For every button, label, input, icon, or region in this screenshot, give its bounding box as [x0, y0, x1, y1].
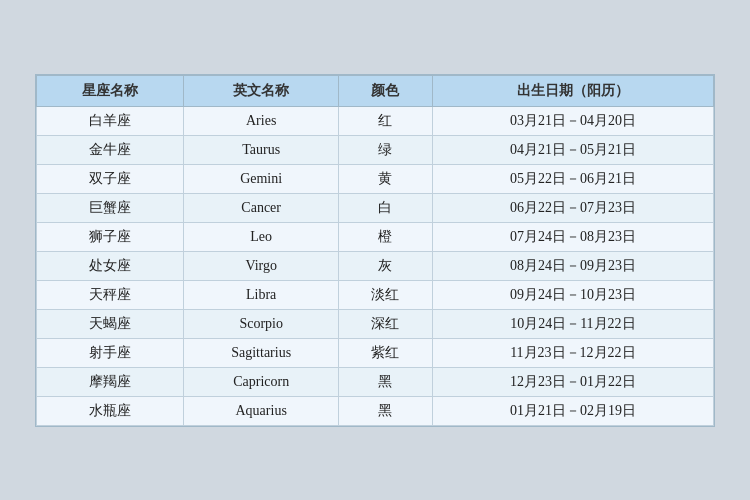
table-cell: 巨蟹座 [37, 193, 184, 222]
table-cell: 10月24日－11月22日 [432, 309, 713, 338]
table-header-cell: 星座名称 [37, 75, 184, 106]
table-cell: Aquarius [184, 396, 339, 425]
table-body: 白羊座Aries红03月21日－04月20日金牛座Taurus绿04月21日－0… [37, 106, 714, 425]
table-cell: 金牛座 [37, 135, 184, 164]
table-cell: Sagittarius [184, 338, 339, 367]
table-row: 处女座Virgo灰08月24日－09月23日 [37, 251, 714, 280]
table-cell: Aries [184, 106, 339, 135]
table-cell: 04月21日－05月21日 [432, 135, 713, 164]
table-row: 射手座Sagittarius紫红11月23日－12月22日 [37, 338, 714, 367]
zodiac-table-container: 星座名称英文名称颜色出生日期（阳历） 白羊座Aries红03月21日－04月20… [35, 74, 715, 427]
table-cell: 05月22日－06月21日 [432, 164, 713, 193]
table-cell: Libra [184, 280, 339, 309]
table-cell: 双子座 [37, 164, 184, 193]
table-cell: Taurus [184, 135, 339, 164]
table-cell: 橙 [339, 222, 433, 251]
table-cell: 11月23日－12月22日 [432, 338, 713, 367]
table-cell: 灰 [339, 251, 433, 280]
table-row: 水瓶座Aquarius黑01月21日－02月19日 [37, 396, 714, 425]
table-header-row: 星座名称英文名称颜色出生日期（阳历） [37, 75, 714, 106]
table-cell: 紫红 [339, 338, 433, 367]
table-header-cell: 英文名称 [184, 75, 339, 106]
table-row: 白羊座Aries红03月21日－04月20日 [37, 106, 714, 135]
table-header-cell: 出生日期（阳历） [432, 75, 713, 106]
zodiac-table: 星座名称英文名称颜色出生日期（阳历） 白羊座Aries红03月21日－04月20… [36, 75, 714, 426]
table-cell: 08月24日－09月23日 [432, 251, 713, 280]
table-row: 天秤座Libra淡红09月24日－10月23日 [37, 280, 714, 309]
table-cell: 黑 [339, 396, 433, 425]
table-cell: 深红 [339, 309, 433, 338]
table-cell: 红 [339, 106, 433, 135]
table-cell: Cancer [184, 193, 339, 222]
table-cell: 水瓶座 [37, 396, 184, 425]
table-cell: 白 [339, 193, 433, 222]
table-cell: 摩羯座 [37, 367, 184, 396]
table-cell: 12月23日－01月22日 [432, 367, 713, 396]
table-row: 狮子座Leo橙07月24日－08月23日 [37, 222, 714, 251]
table-row: 天蝎座Scorpio深红10月24日－11月22日 [37, 309, 714, 338]
table-cell: 天蝎座 [37, 309, 184, 338]
table-cell: Scorpio [184, 309, 339, 338]
table-cell: Gemini [184, 164, 339, 193]
table-cell: 淡红 [339, 280, 433, 309]
table-cell: 01月21日－02月19日 [432, 396, 713, 425]
table-cell: 03月21日－04月20日 [432, 106, 713, 135]
table-cell: Leo [184, 222, 339, 251]
table-row: 巨蟹座Cancer白06月22日－07月23日 [37, 193, 714, 222]
table-cell: 07月24日－08月23日 [432, 222, 713, 251]
table-row: 金牛座Taurus绿04月21日－05月21日 [37, 135, 714, 164]
table-cell: 天秤座 [37, 280, 184, 309]
table-cell: Virgo [184, 251, 339, 280]
table-cell: 06月22日－07月23日 [432, 193, 713, 222]
table-cell: 射手座 [37, 338, 184, 367]
table-row: 摩羯座Capricorn黑12月23日－01月22日 [37, 367, 714, 396]
table-cell: 绿 [339, 135, 433, 164]
table-cell: 黄 [339, 164, 433, 193]
table-cell: 09月24日－10月23日 [432, 280, 713, 309]
table-cell: Capricorn [184, 367, 339, 396]
table-cell: 黑 [339, 367, 433, 396]
table-row: 双子座Gemini黄05月22日－06月21日 [37, 164, 714, 193]
table-cell: 狮子座 [37, 222, 184, 251]
table-cell: 处女座 [37, 251, 184, 280]
table-cell: 白羊座 [37, 106, 184, 135]
table-header-cell: 颜色 [339, 75, 433, 106]
